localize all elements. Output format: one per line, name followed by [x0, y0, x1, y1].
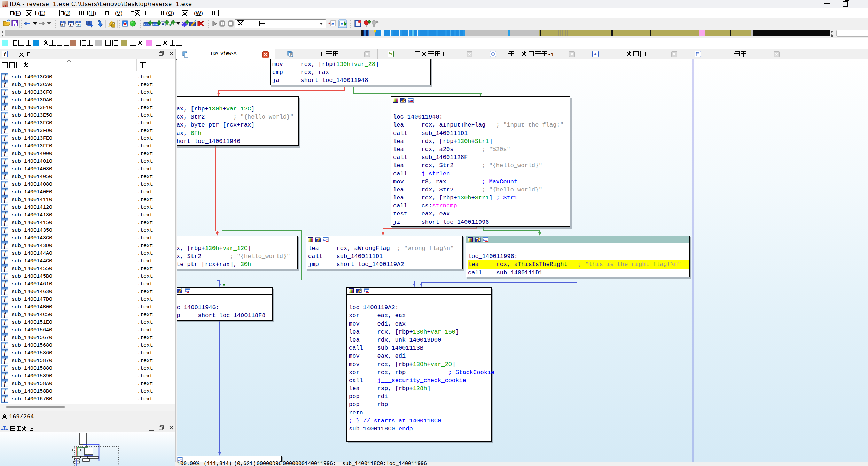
svg-text:c: c: [341, 22, 343, 26]
svg-text:101: 101: [76, 24, 81, 27]
svg-text:T: T: [70, 23, 72, 27]
svg-text:#: #: [61, 23, 63, 27]
svg-text:c: c: [331, 22, 334, 26]
svg-text:A: A: [162, 22, 164, 26]
